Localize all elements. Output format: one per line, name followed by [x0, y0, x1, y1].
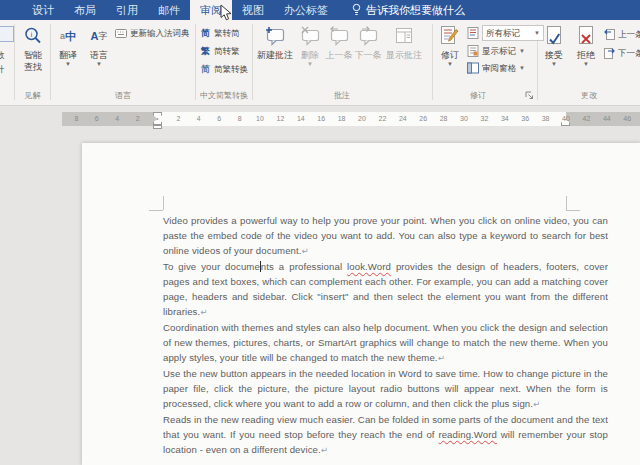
ribbon-tab-bar: 设计布局引用邮件审阅视图办公标签 告诉我你想要做什么 — [0, 0, 640, 20]
paragraph[interactable]: To give your documents a professional lo… — [163, 259, 608, 320]
ruler-number: 22 — [378, 112, 386, 126]
delete-comment-button[interactable]: 删除 ▼ — [297, 24, 323, 67]
text-run: Video provides a powerful way to help yo… — [163, 215, 608, 256]
reject-label: 拒绝 — [577, 50, 595, 60]
previous-change-button[interactable]: 上一条 — [604, 27, 640, 41]
tab-设计[interactable]: 设计 — [22, 0, 64, 20]
ruler-number: 20 — [358, 112, 366, 126]
paragraph[interactable]: Video provides a powerful way to help yo… — [163, 213, 608, 259]
document-page[interactable]: Video provides a powerful way to help yo… — [82, 143, 640, 465]
document-text[interactable]: Video provides a powerful way to help yo… — [163, 213, 608, 458]
traditional-to-simplified-button[interactable]: 简 繁转简 — [200, 26, 240, 40]
next-comment-button[interactable]: 下一条 — [354, 24, 382, 60]
crop-mark-top-left-v — [163, 196, 164, 210]
reject-button[interactable]: 拒绝 ▼ — [573, 24, 599, 67]
ruler-number: 8 — [74, 112, 78, 126]
next-change-button[interactable]: 下一条 — [604, 46, 640, 60]
ruler-number: 46 — [623, 112, 631, 126]
word-count-fragment-line1[interactable]: 数 — [0, 50, 5, 62]
simplified-traditional-convert-button[interactable]: 简 简繁转换 — [200, 62, 248, 76]
new-comment-label: 新建批注 — [257, 50, 293, 60]
ruler-number: 28 — [440, 112, 448, 126]
next-comment-label: 下一条 — [355, 50, 382, 60]
group-label-comments: 批注 — [253, 90, 431, 101]
ruler-number: 4 — [197, 112, 201, 126]
ruler-number: 14 — [297, 112, 305, 126]
translate-button[interactable]: a中 翻译 ▼ — [54, 24, 82, 67]
group-changes: 接受 ▼ 拒绝 ▼ 上一条 — [538, 20, 640, 104]
spellcheck-squiggle: look.Word — [347, 261, 391, 272]
all-markup-icon — [467, 27, 479, 39]
track-changes-dropdown-arrow: ▼ — [447, 62, 453, 67]
show-markup-icon — [467, 45, 479, 57]
ruler-number: 30 — [460, 112, 468, 126]
previous-comment-label: 上一条 — [326, 50, 353, 60]
group-label-insights: 见解 — [15, 90, 50, 101]
tab-引用[interactable]: 引用 — [106, 0, 148, 20]
crop-mark-top-right-h — [566, 210, 580, 211]
paragraph[interactable]: Coordination with themes and styles can … — [163, 320, 608, 366]
previous-comment-button[interactable]: 上一条 — [325, 24, 353, 60]
group-insights: i 智能 查找 见解 — [15, 20, 50, 104]
horizontal-ruler[interactable]: 8642246810121416182022242628303234363840… — [62, 112, 640, 126]
tracking-dialog-launcher-icon[interactable] — [525, 91, 534, 100]
spelling-icon-fragment[interactable] — [0, 26, 14, 42]
next-change-icon — [604, 47, 615, 59]
simplified-traditional-convert-label: 简繁转换 — [214, 62, 248, 76]
spellcheck-squiggle: reading.Word — [438, 429, 497, 440]
translate-icon: a中 — [60, 24, 76, 48]
paragraph-mark: ↵ — [438, 353, 445, 363]
display-for-review-combo[interactable]: 所有标记 ▼ — [467, 25, 544, 41]
track-changes-button[interactable]: 修订 ▼ — [436, 24, 464, 67]
paragraph-mark: ↵ — [200, 307, 207, 317]
next-comment-icon — [357, 24, 379, 48]
ruler-number: 8 — [238, 112, 242, 126]
smart-lookup-button[interactable]: i 智能 查找 — [18, 24, 48, 72]
all-markup-select[interactable]: 所有标记 ▼ — [482, 25, 544, 41]
show-comments-icon — [394, 24, 414, 48]
ruler-number: 2 — [176, 112, 180, 126]
show-markup-button[interactable]: 显示标记 ▼ — [467, 44, 525, 58]
translate-label: 翻译 — [59, 50, 77, 60]
accept-dropdown-arrow: ▼ — [551, 62, 557, 67]
new-comment-button[interactable]: 新建批注 — [256, 24, 294, 60]
show-comments-label: 显示批注 — [386, 50, 422, 60]
language-icon: A字 — [91, 24, 108, 48]
language-button[interactable]: A字 语言 ▼ — [85, 24, 113, 67]
next-change-label: 下一条 — [618, 46, 640, 60]
tab-办公标签[interactable]: 办公标签 — [274, 0, 338, 20]
tab-布局[interactable]: 布局 — [64, 0, 106, 20]
ruler-number: 42 — [582, 112, 590, 126]
word-count-fragment-line2[interactable]: 计 — [0, 64, 5, 76]
ruler-number: 40 — [562, 112, 570, 126]
ruler-number: 12 — [276, 112, 284, 126]
crop-mark-top-left-h — [149, 210, 163, 211]
update-ime-dictionary-button[interactable]: 更新输入法词典 — [115, 26, 190, 40]
ruler-number: 4 — [115, 112, 119, 126]
reviewing-pane-button[interactable]: 审阅窗格 ▼ — [467, 61, 525, 75]
simplified-to-traditional-label: 简转繁 — [214, 44, 240, 58]
previous-change-label: 上一条 — [618, 27, 640, 41]
simplified-traditional-convert-icon: 简 — [200, 62, 211, 76]
paragraph[interactable]: Use the new button appears in the needed… — [163, 366, 608, 412]
tell-me-box[interactable]: 告诉我你想要做什么 — [352, 0, 465, 20]
ruler-number: 18 — [338, 112, 346, 126]
ruler-number: 6 — [217, 112, 221, 126]
accept-button[interactable]: 接受 ▼ — [541, 24, 567, 67]
text-run: nts a professional — [261, 261, 347, 272]
update-ime-dictionary-label: 更新输入法词典 — [130, 26, 190, 40]
reviewing-pane-label: 审阅窗格 — [482, 61, 516, 75]
show-comments-button[interactable]: 显示批注 — [381, 24, 427, 60]
ruler-number: 2 — [136, 112, 140, 126]
paragraph[interactable]: Reads in the new reading view much easie… — [163, 412, 608, 458]
reviewing-pane-icon — [467, 62, 479, 74]
reject-dropdown-arrow: ▼ — [583, 62, 589, 67]
left-indent-marker[interactable] — [153, 125, 162, 129]
document-area: 8642246810121416182022242628303234363840… — [0, 106, 640, 465]
text-run: Coordination with themes and styles can … — [163, 322, 608, 363]
tab-邮件[interactable]: 邮件 — [148, 0, 190, 20]
ruler-number: 10 — [256, 112, 264, 126]
tab-视图[interactable]: 视图 — [232, 0, 274, 20]
ribbon: 数 计 i 智能 查找 见解 — [0, 20, 640, 106]
simplified-to-traditional-button[interactable]: 繁 简转繁 — [200, 44, 240, 58]
